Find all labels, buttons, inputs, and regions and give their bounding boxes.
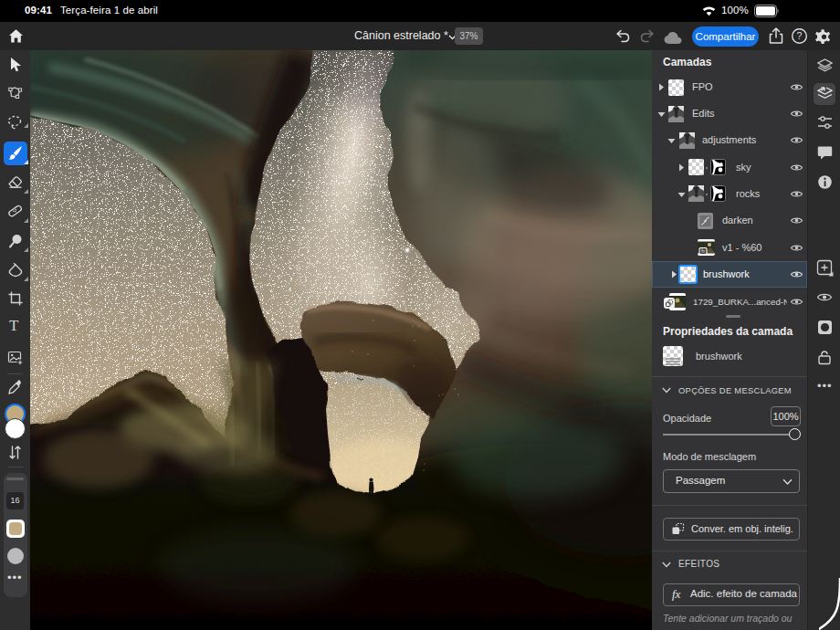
- svg-text:?: ?: [797, 30, 803, 41]
